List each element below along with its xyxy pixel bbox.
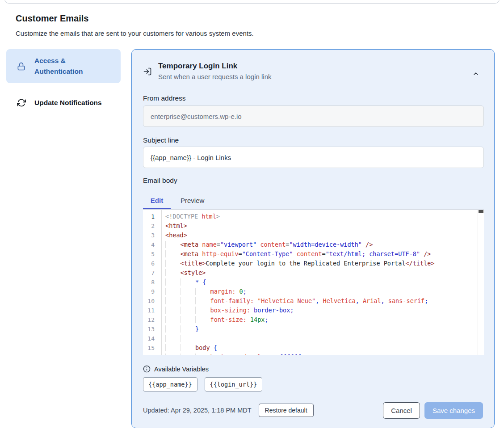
updated-timestamp: Updated: Apr 29, 2025, 1:18 PM MDT — [143, 407, 252, 414]
line-number: 5 — [143, 249, 161, 259]
line-number: 12 — [143, 315, 161, 324]
sidebar-item-label: Access & Authentication — [34, 55, 104, 77]
line-number: 11 — [143, 306, 161, 315]
info-icon — [143, 365, 151, 373]
line-number: 9 — [143, 287, 161, 296]
code-line: <html> — [165, 221, 478, 231]
code-line: font-family: "Helvetica Neue", Helvetica… — [165, 296, 478, 306]
previous-card-edge — [4, 0, 500, 4]
variable-chip[interactable]: {{login_url}} — [205, 377, 263, 392]
email-body-label: Email body — [143, 177, 177, 185]
code-line: <style> — [165, 268, 478, 278]
available-variables-header: Available Variables — [143, 365, 209, 373]
line-number: 4 — [143, 240, 161, 249]
from-address-label: From address — [143, 94, 186, 102]
code-line: font-size: 14px; — [165, 315, 478, 324]
line-number: 6 — [143, 259, 161, 268]
card-footer: Updated: Apr 29, 2025, 1:18 PM MDT Resto… — [143, 402, 483, 419]
save-changes-button[interactable]: Save changes — [424, 402, 483, 419]
line-number: 1 — [143, 212, 161, 221]
scrollbar-thumb[interactable] — [479, 210, 483, 213]
page-title: Customer Emails — [16, 13, 88, 24]
code-line: <meta name="viewport" content="width=dev… — [165, 240, 478, 249]
lock-icon — [17, 62, 26, 71]
sidebar: Access & AuthenticationUpdate Notificati… — [6, 49, 121, 114]
sidebar-item-update-notifications[interactable]: Update Notifications — [6, 91, 121, 114]
code-line: <title>Complete your login to the Replic… — [165, 259, 478, 268]
card-subtitle: Sent when a user requests a login link — [158, 73, 271, 80]
line-number-gutter: 12345678910111213141516 — [143, 210, 162, 355]
variable-chip[interactable]: {{app_name}} — [143, 377, 197, 392]
page-subtitle: Customize the emails that are sent to yo… — [16, 29, 254, 37]
code-line — [165, 334, 478, 343]
card-header-text: Temporary Login Link Sent when a user re… — [158, 61, 271, 80]
code-line: <meta http-equiv="Content-Type" content=… — [165, 249, 478, 259]
line-number: 2 — [143, 221, 161, 231]
line-number: 7 — [143, 268, 161, 278]
restore-default-button[interactable]: Restore default — [259, 404, 314, 417]
subject-line-label: Subject line — [143, 136, 179, 144]
page: Customer Emails Customize the emails tha… — [0, 0, 504, 438]
line-number: 10 — [143, 296, 161, 306]
code-line: box-sizing: border-box; — [165, 306, 478, 315]
variable-chips: {{app_name}}{{login_url}} — [143, 377, 262, 392]
from-address-input[interactable] — [143, 105, 484, 127]
card-header: Temporary Login Link Sent when a user re… — [143, 61, 271, 80]
tab-edit[interactable]: Edit — [143, 197, 171, 204]
code-line: body { — [165, 343, 478, 353]
code-line: <head> — [165, 231, 478, 240]
log-in-icon — [143, 67, 152, 80]
code-line: } — [165, 324, 478, 334]
email-settings-card: Temporary Login Link Sent when a user re… — [131, 49, 495, 428]
tab-preview[interactable]: Preview — [181, 197, 204, 204]
code-line: <!DOCTYPE html> — [165, 212, 478, 221]
code-line: * { — [165, 278, 478, 287]
available-variables-label: Available Variables — [154, 366, 209, 373]
line-number: 3 — [143, 231, 161, 240]
code-line: background-color: #ffffff; — [165, 353, 478, 355]
line-number: 15 — [143, 343, 161, 353]
sidebar-item-access-authentication[interactable]: Access & Authentication — [6, 49, 121, 83]
code-line: margin: 0; — [165, 287, 478, 296]
line-number: 13 — [143, 324, 161, 334]
code-content[interactable]: <!DOCTYPE html><html><head> <meta name="… — [162, 210, 478, 355]
chevron-up-icon — [472, 70, 479, 79]
subject-line-input[interactable] — [143, 147, 484, 168]
code-editor[interactable]: 12345678910111213141516 <!DOCTYPE html><… — [143, 210, 484, 355]
refresh-icon — [17, 98, 26, 107]
editor-scrollbar[interactable] — [478, 210, 484, 355]
line-number: 16 — [143, 353, 161, 355]
collapse-card-button[interactable] — [470, 68, 482, 80]
line-number: 8 — [143, 278, 161, 287]
active-tab-underline — [143, 208, 171, 209]
line-number: 14 — [143, 334, 161, 343]
sidebar-item-label: Update Notifications — [34, 97, 102, 108]
email-body-tabs: Edit Preview — [143, 193, 204, 208]
card-title: Temporary Login Link — [158, 61, 271, 71]
cancel-button[interactable]: Cancel — [383, 402, 420, 419]
